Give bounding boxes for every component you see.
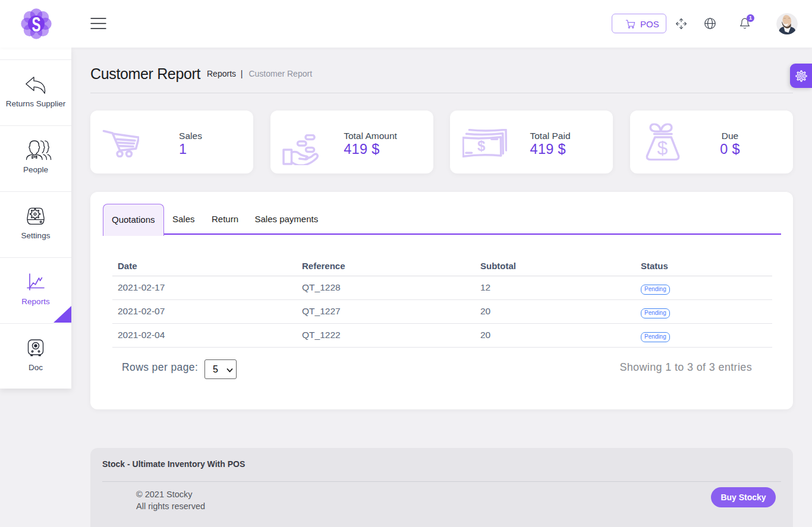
svg-text:$: $ [477, 138, 486, 154]
svg-text:S: S [32, 12, 41, 36]
svg-text:$: $ [657, 137, 668, 159]
